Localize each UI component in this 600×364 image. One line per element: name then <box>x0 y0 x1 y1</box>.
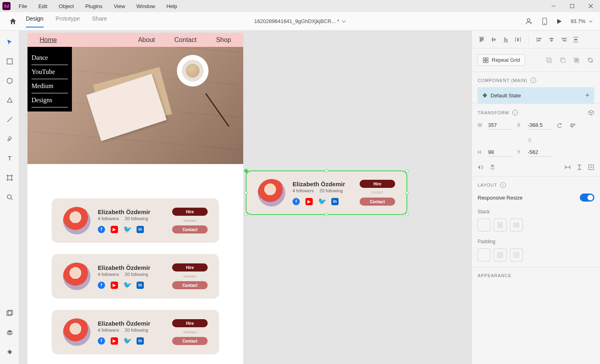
zoom-dropdown[interactable]: 93.7% <box>571 18 593 24</box>
info-icon[interactable]: i <box>531 78 536 83</box>
menu-view[interactable]: View <box>114 3 125 9</box>
boolean-intersect-button[interactable] <box>573 56 581 64</box>
width-input[interactable] <box>488 121 513 130</box>
invite-button[interactable] <box>525 17 533 25</box>
menu-edit[interactable]: Edit <box>38 3 47 9</box>
padding-enable-checkbox[interactable] <box>478 248 491 261</box>
facebook-icon[interactable]: f <box>98 282 105 289</box>
text-tool[interactable]: T <box>5 154 15 163</box>
twitter-icon[interactable]: 🐦 <box>124 337 131 345</box>
3d-transform-button[interactable] <box>588 109 594 116</box>
twitter-icon[interactable]: 🐦 <box>318 198 326 205</box>
profile-card[interactable]: Elizabeth Özdemir 4 followers20 followin… <box>52 254 219 299</box>
padding-same-button[interactable] <box>494 248 507 261</box>
window-maximize-button[interactable] <box>563 0 581 12</box>
linkedin-icon[interactable]: in <box>137 337 144 345</box>
libraries-panel-button[interactable] <box>5 308 15 318</box>
facebook-icon[interactable]: f <box>98 337 105 345</box>
facebook-icon[interactable]: f <box>293 198 300 205</box>
twitter-icon[interactable]: 🐦 <box>124 282 131 289</box>
align-right-button[interactable] <box>560 36 568 44</box>
selected-component[interactable]: Elizabeth Özdemir 4 followers20 followin… <box>246 170 407 215</box>
selection-handle[interactable] <box>405 213 408 216</box>
youtube-icon[interactable]: ▶ <box>111 282 118 289</box>
responsive-resize-toggle[interactable] <box>580 194 594 202</box>
lock-aspect-icon[interactable] <box>478 138 582 144</box>
profile-card[interactable]: Elizabeth Özdemir 4 followers20 followin… <box>52 198 219 243</box>
sidemenu-item[interactable]: YouTube <box>32 65 68 79</box>
fix-width-button[interactable] <box>564 164 571 170</box>
contact-button[interactable]: Contact <box>172 281 208 289</box>
align-top-button[interactable] <box>478 36 486 44</box>
stack-vertical-button[interactable] <box>494 219 507 231</box>
menu-help[interactable]: Help <box>166 3 177 9</box>
mobile-preview-button[interactable] <box>541 17 548 25</box>
stack-horizontal-button[interactable] <box>510 219 523 231</box>
align-middle-button[interactable] <box>490 36 498 44</box>
rotation-input[interactable] <box>571 121 582 130</box>
flip-vertical-button[interactable] <box>490 164 495 170</box>
polygon-tool[interactable] <box>5 95 15 105</box>
menu-plugins[interactable]: Plugins <box>85 3 103 9</box>
selection-handle[interactable] <box>405 191 408 194</box>
contact-button[interactable]: Contact <box>360 198 395 206</box>
nav-contact[interactable]: Contact <box>174 36 196 44</box>
repeat-grid-button[interactable]: Repeat Grid <box>478 54 525 66</box>
linkedin-icon[interactable]: in <box>331 198 339 205</box>
info-icon[interactable]: i <box>512 110 518 116</box>
sidemenu-item[interactable]: Medium <box>32 79 68 93</box>
y-input[interactable] <box>528 148 553 157</box>
align-bottom-button[interactable] <box>502 36 510 44</box>
nav-about[interactable]: About <box>138 36 155 44</box>
tab-share[interactable]: Share <box>92 15 107 27</box>
select-tool[interactable] <box>5 37 15 47</box>
tab-prototype[interactable]: Prototype <box>56 15 80 27</box>
window-minimize-button[interactable] <box>544 0 563 12</box>
selection-handle[interactable] <box>244 168 248 173</box>
plugins-panel-button[interactable] <box>5 347 15 357</box>
twitter-icon[interactable]: 🐦 <box>124 226 131 233</box>
rectangle-tool[interactable] <box>5 57 15 66</box>
hire-button[interactable]: Hire <box>172 319 208 327</box>
distribute-horizontal-button[interactable] <box>572 36 580 44</box>
boolean-subtract-button[interactable] <box>559 56 567 64</box>
flip-horizontal-button[interactable] <box>478 164 484 170</box>
boolean-exclude-button[interactable] <box>586 56 594 64</box>
x-input[interactable] <box>528 121 553 130</box>
profile-card[interactable]: Elizabeth Özdemir 4 followers20 followin… <box>52 310 219 354</box>
nav-home[interactable]: Home <box>40 36 57 44</box>
tab-design[interactable]: Design <box>26 15 44 27</box>
fix-height-button[interactable] <box>577 164 582 170</box>
pen-tool[interactable] <box>5 134 15 144</box>
selection-handle[interactable] <box>244 213 248 216</box>
linkedin-icon[interactable]: in <box>137 282 144 289</box>
hire-button[interactable]: Hire <box>172 208 208 216</box>
facebook-icon[interactable]: f <box>98 226 105 233</box>
window-close-button[interactable] <box>581 0 600 12</box>
ellipse-tool[interactable] <box>5 76 15 86</box>
sidemenu-item[interactable]: Dance <box>32 51 68 65</box>
padding-separate-button[interactable] <box>510 248 523 261</box>
artboard[interactable]: Home About Contact Shop Dance YouTube Me… <box>27 33 243 364</box>
youtube-icon[interactable]: ▶ <box>305 198 313 205</box>
info-icon[interactable]: i <box>500 182 506 188</box>
selection-handle[interactable] <box>244 191 248 194</box>
artboard-tool[interactable] <box>5 173 15 183</box>
youtube-icon[interactable]: ▶ <box>111 226 118 233</box>
component-state-row[interactable]: Default State + <box>478 87 594 103</box>
layers-panel-button[interactable] <box>5 328 15 337</box>
zoom-tool[interactable] <box>5 192 15 202</box>
document-title[interactable]: 1620289641641_9gGhDXjkjBCR... * <box>254 18 345 24</box>
linkedin-icon[interactable]: in <box>137 226 144 233</box>
design-canvas[interactable]: Home About Contact Shop Dance YouTube Me… <box>19 31 472 364</box>
preview-play-button[interactable] <box>556 18 562 25</box>
contact-button[interactable]: Contact <box>172 225 208 234</box>
selection-handle[interactable] <box>405 169 408 173</box>
home-button[interactable] <box>7 16 19 27</box>
align-center-button[interactable] <box>547 36 556 44</box>
youtube-icon[interactable]: ▶ <box>111 337 118 345</box>
menu-object[interactable]: Object <box>59 3 74 9</box>
hire-button[interactable]: Hire <box>360 180 395 188</box>
boolean-add-button[interactable] <box>545 56 553 64</box>
rotate-icon[interactable] <box>557 122 566 128</box>
